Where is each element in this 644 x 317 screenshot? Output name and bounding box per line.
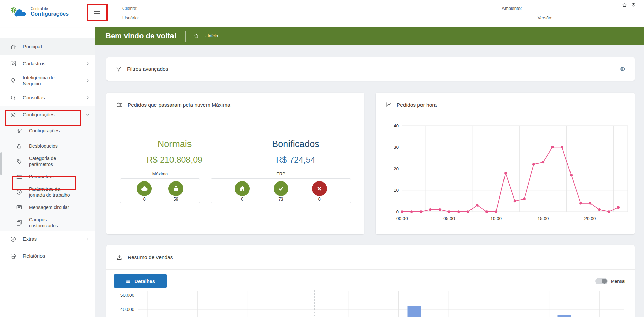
sliders-icon (116, 101, 123, 108)
clock-icon (16, 189, 23, 196)
group-name: Bonificados (228, 139, 364, 149)
welcome-banner: Bem vindo de volta! - Início (95, 27, 644, 45)
chevron-right-icon (85, 78, 90, 83)
home-button[interactable] (622, 2, 627, 8)
sidebar-item-desbloqueios[interactable]: Desbloqueios (0, 139, 95, 154)
erp-source-box: ERP 0730 (211, 178, 351, 203)
home-solid-icon (238, 184, 247, 193)
corner-icons (622, 2, 637, 8)
sidebar-item-parametros[interactable]: Parâmetros (0, 169, 95, 185)
sidebar-item-label: Extras (23, 236, 37, 242)
sidebar-item-relatorios[interactable]: Relatórios (0, 248, 95, 265)
cliente-label: Cliente: (122, 6, 137, 11)
logo-line1: Central de (31, 6, 69, 11)
svg-text:40.000: 40.000 (120, 307, 134, 312)
home-icon (10, 43, 17, 50)
sidebar-item-parametros-da-jornada-de-trabalho[interactable]: Parâmetros da jornada de trabalho (0, 185, 95, 200)
source-label: ERP (211, 171, 351, 176)
breadcrumb-home-icon[interactable] (193, 33, 199, 39)
sidebar-item-inteligencia-de-negocio[interactable]: Inteligência de Negócio (0, 72, 95, 89)
hamburger-icon (126, 279, 131, 284)
lock-solid-icon (171, 184, 180, 193)
download-icon (116, 254, 123, 261)
details-button[interactable]: Detalhes (114, 274, 167, 288)
stat-count: 59 (174, 197, 178, 202)
list-icon (16, 173, 23, 180)
sidebar-item-label: Consultas (23, 95, 45, 101)
scrollbar-thumb[interactable] (0, 152, 2, 175)
sliders-icon (116, 101, 123, 108)
list-icon (126, 279, 131, 284)
sidebar-toggle-button[interactable] (93, 9, 101, 17)
source-stats: 059 (120, 178, 200, 203)
logout-button[interactable] (631, 2, 637, 8)
welcome-text: Bem vindo de volta! (105, 32, 177, 41)
stat-cloud-solid: 0 (137, 181, 152, 202)
cloud-solid-icon (140, 184, 149, 193)
sales-summary-card: Resumo de vendas Detalhes Mensal 50.0004… (106, 245, 635, 317)
advanced-filters-toggle[interactable]: Filtros avançados (106, 57, 635, 81)
top-header: Central de Configurações Cliente: Usuári… (0, 0, 644, 27)
banner-divider (185, 31, 186, 42)
monthly-toggle-row: Mensal (595, 278, 625, 284)
stat-x: 0 (312, 181, 327, 202)
monthly-toggle[interactable] (595, 278, 608, 284)
sidebar-item-label: Desbloqueios (29, 143, 58, 149)
normais-summary: Normais R$ 210.808,09 (106, 139, 243, 165)
svg-text:0: 0 (396, 209, 399, 215)
sidebar-item-label: Campos customizados (29, 217, 77, 229)
logo-cloud-gear-icon (9, 5, 28, 18)
sidebar-item-principal[interactable]: Principal (0, 38, 95, 55)
stat-check: 73 (274, 181, 288, 202)
lightbulb-icon (10, 77, 17, 84)
app-logo[interactable]: Central de Configurações (9, 5, 69, 18)
sidebar-item-label: Configurações (29, 128, 60, 134)
sidebar-item-configuracoes[interactable]: Configurações (0, 106, 95, 123)
sidebar-item-label: Mensagem circular (29, 205, 69, 211)
sidebar: PrincipalCadastrosInteligência de Negóci… (0, 27, 95, 317)
breadcrumb: - Início (205, 33, 218, 38)
chart-line-icon (385, 101, 392, 108)
lock-icon (16, 143, 23, 150)
x-icon (315, 184, 324, 193)
home-icon (193, 33, 199, 39)
chevron-right-icon (85, 61, 90, 66)
sidebar-item-configuracoes-sub[interactable]: Configurações (0, 123, 95, 139)
main-content: Filtros avançados Pedidos que passaram p… (95, 45, 644, 317)
sidebar-item-campos-customizados[interactable]: Campos customizados (0, 215, 95, 231)
hourly-card-header: Pedidos por hora (376, 93, 635, 117)
sidebar-item-consultas[interactable]: Consultas (0, 89, 95, 106)
orders-card-title: Pedidos que passaram pela nuvem Máxima (128, 102, 230, 108)
advanced-filters-card: Filtros avançados (106, 57, 635, 81)
sales-card-header: Resumo de vendas (106, 245, 635, 270)
sidebar-item-label: Categoria de parâmetros (29, 156, 77, 168)
sidebar-item-mensagem-circular[interactable]: Mensagem circular (0, 200, 95, 215)
printer-icon (10, 253, 17, 260)
logo-line2: Configurações (31, 11, 69, 17)
monthly-toggle-label: Mensal (611, 279, 625, 284)
details-button-label: Detalhes (134, 279, 155, 284)
chevron-down-icon (85, 112, 90, 117)
funnel-icon (115, 66, 122, 73)
power-icon (631, 2, 637, 8)
edit-icon (10, 60, 17, 67)
funnel-icon (115, 66, 122, 73)
bonificados-summary: Bonificados R$ 724,54 (228, 139, 364, 165)
stat-lock-solid: 59 (168, 181, 183, 202)
eye-icon[interactable] (618, 65, 626, 73)
home-icon (622, 2, 627, 8)
sidebar-item-categoria-de-parametros[interactable]: Categoria de parâmetros (0, 154, 95, 169)
download-icon (116, 254, 123, 261)
sidebar-item-label: Inteligência de Negócio (23, 75, 74, 87)
toggle-knob (602, 279, 607, 284)
ambiente-label: Ambiente: (502, 6, 522, 11)
chart-line-icon (385, 101, 392, 108)
sidebar-item-extras[interactable]: Extras (0, 231, 95, 248)
maxima-source-box: Máxima 059 (120, 178, 200, 203)
svg-text:10: 10 (394, 188, 399, 193)
sidebar-item-cadastros[interactable]: Cadastros (0, 55, 95, 72)
svg-text:10:00: 10:00 (490, 216, 502, 221)
versao-label: Versão: (538, 15, 552, 20)
orders-card-header: Pedidos que passaram pela nuvem Máxima (106, 93, 364, 117)
chevron-down-icon (85, 112, 90, 117)
